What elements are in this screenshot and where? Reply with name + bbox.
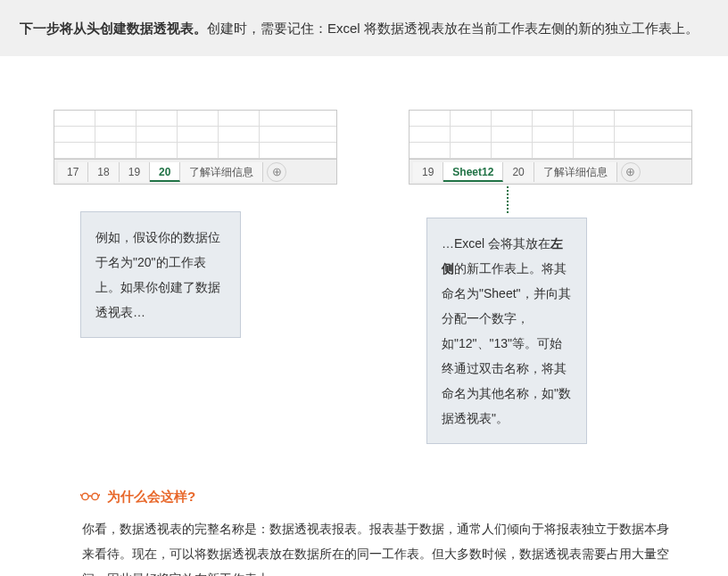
svg-point-0 <box>82 493 88 499</box>
sheet-tab-active[interactable]: Sheet12 <box>443 162 503 182</box>
add-sheet-icon[interactable]: ⊕ <box>267 162 286 182</box>
caption-right-p1: …Excel 会将其放在 <box>442 236 550 251</box>
caption-right-p2: 的新工作表上。将其命名为"Sheet"，并向其分配一个数字，如"12"、"13"… <box>442 261 571 425</box>
intro-rest: 创建时，需要记住：Excel 将数据透视表放在当前工作表左侧的新的独立工作表上。 <box>207 21 699 36</box>
why-body: 你看，数据透视表的完整名称是：数据透视表报表。报表基于数据，通常人们倾向于将报表… <box>80 516 674 576</box>
sheet-tab[interactable]: 19 <box>120 162 150 182</box>
why-title-text: 为什么会这样? <box>107 489 195 506</box>
right-column: 19 Sheet12 20 了解详细信息 ⊕ …Excel 会将其放在左侧的新工… <box>409 110 692 444</box>
intro-bold: 下一步将从头创建数据透视表。 <box>20 21 207 36</box>
why-title-row: 为什么会这样? <box>80 489 674 506</box>
sheet-tab-active[interactable]: 20 <box>150 162 180 182</box>
main-columns: 17 18 19 20 了解详细信息 ⊕ 例如，假设你的数据位于名为"20"的工… <box>0 56 728 462</box>
svg-point-1 <box>92 493 98 499</box>
tab-bar-right: 19 Sheet12 20 了解详细信息 ⊕ <box>410 159 691 184</box>
sheet-tab[interactable]: 18 <box>88 162 119 182</box>
left-column: 17 18 19 20 了解详细信息 ⊕ 例如，假设你的数据位于名为"20"的工… <box>54 110 337 444</box>
sheet-tab[interactable]: 19 <box>413 162 443 182</box>
grid-right <box>410 111 691 159</box>
sheet-tab[interactable]: 了解详细信息 <box>534 162 617 182</box>
sheet-tab[interactable]: 17 <box>58 162 88 182</box>
add-sheet-icon[interactable]: ⊕ <box>621 162 641 182</box>
sheet-tab[interactable]: 了解详细信息 <box>180 162 263 182</box>
dotted-connector <box>507 186 509 213</box>
sheet-tab[interactable]: 20 <box>503 162 534 182</box>
glasses-icon <box>80 490 100 505</box>
intro-banner: 下一步将从头创建数据透视表。创建时，需要记住：Excel 将数据透视表放在当前工… <box>0 0 728 56</box>
grid-left <box>54 111 336 159</box>
caption-right: …Excel 会将其放在左侧的新工作表上。将其命名为"Sheet"，并向其分配一… <box>426 218 587 444</box>
sheet-mock-left: 17 18 19 20 了解详细信息 ⊕ <box>54 110 337 185</box>
caption-left: 例如，假设你的数据位于名为"20"的工作表上。如果你创建了数据透视表… <box>80 211 241 338</box>
why-section: 为什么会这样? 你看，数据透视表的完整名称是：数据透视表报表。报表基于数据，通常… <box>0 462 728 576</box>
tab-bar-left: 17 18 19 20 了解详细信息 ⊕ <box>54 159 336 184</box>
sheet-mock-right: 19 Sheet12 20 了解详细信息 ⊕ <box>409 110 692 185</box>
